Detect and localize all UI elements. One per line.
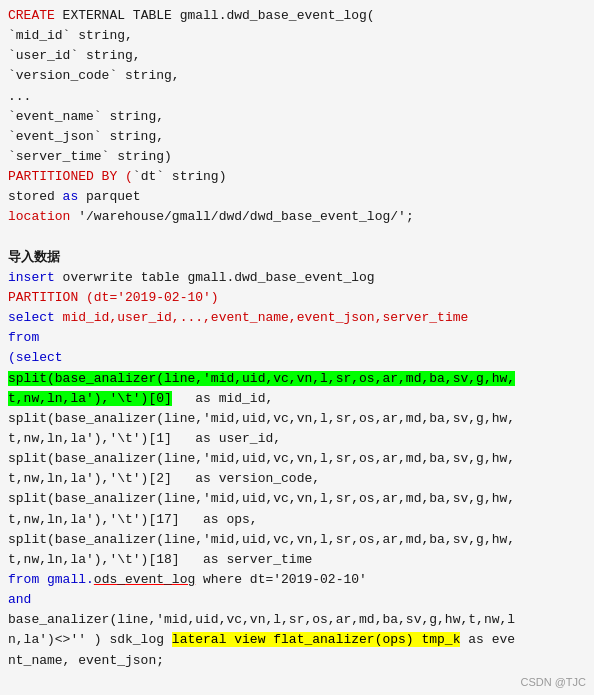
code-line (8, 228, 586, 248)
code-line: from (8, 328, 586, 348)
code-line: base_analizer(line,'mid,uid,vc,vn,l,sr,o… (8, 610, 586, 630)
code-text: t,nw,ln,la'),'\t')[18] as server_time (8, 552, 312, 567)
code-text: `server_time` string) (8, 149, 172, 164)
code-text: split(base_analizer(line,'mid,uid,vc,vn,… (8, 411, 515, 426)
code-line: from gmall.ods_event_log where dt='2019-… (8, 570, 586, 590)
keyword: location (8, 209, 70, 224)
code-text: t,nw,ln,la'),'\t')[2] as version_code, (8, 471, 320, 486)
code-text: where dt='2019-02-10' (195, 572, 367, 587)
code-line: split(base_analizer(line,'mid,uid,vc,vn,… (8, 369, 586, 389)
code-line: (select (8, 348, 586, 368)
code-line: `event_json` string, (8, 127, 586, 147)
code-text: base_analizer(line,'mid,uid,vc,vn,l,sr,o… (8, 612, 515, 627)
code-text: as eve (460, 632, 515, 647)
code-container: CREATE EXTERNAL TABLE gmall.dwd_base_eve… (0, 0, 594, 695)
code-line: t,nw,ln,la'),'\t')[2] as version_code, (8, 469, 586, 489)
code-line: split(base_analizer(line,'mid,uid,vc,vn,… (8, 530, 586, 550)
section-title: 导入数据 (8, 248, 586, 268)
code-line: ... (8, 87, 586, 107)
code-line: insert overwrite table gmall.dwd_base_ev… (8, 268, 586, 288)
code-text: `event_name` string, (8, 109, 164, 124)
code-line: select mid_id,user_id,...,event_name,eve… (8, 308, 586, 328)
code-text: ... (8, 89, 31, 104)
code-line: t,nw,ln,la'),'\t')[17] as ops, (8, 510, 586, 530)
highlighted-code: split(base_analizer(line,'mid,uid,vc,vn,… (8, 371, 515, 386)
code-line: PARTITIONED BY (`dt` string) (8, 167, 586, 187)
highlighted-code: lateral view flat_analizer(ops) tmp_k (172, 632, 461, 647)
keyword: select (8, 310, 55, 325)
table-name: ods_event_log (94, 572, 195, 587)
section-title-text: 导入数据 (8, 250, 60, 265)
code-line: split(base_analizer(line,'mid,uid,vc,vn,… (8, 489, 586, 509)
code-line: n,la')<>'' ) sdk_log lateral view flat_a… (8, 630, 586, 650)
keyword: insert (8, 270, 55, 285)
watermark: CSDN @TJC (520, 674, 586, 691)
code-line: split(base_analizer(line,'mid,uid,vc,vn,… (8, 409, 586, 429)
keyword: from gmall. (8, 572, 94, 587)
code-text: overwrite table gmall.dwd_base_event_log (55, 270, 375, 285)
code-line: t,nw,ln,la'),'\t')[18] as server_time (8, 550, 586, 570)
code-text: `mid_id` string, (8, 28, 133, 43)
code-text: t,nw,ln,la'),'\t')[1] as user_id, (8, 431, 281, 446)
keyword: CREATE (8, 8, 55, 23)
code-line: nt_name, event_json; (8, 651, 586, 671)
code-line: t,nw,ln,la'),'\t')[1] as user_id, (8, 429, 586, 449)
keyword: as (63, 189, 79, 204)
code-text: `version_code` string, (8, 68, 180, 83)
code-text: split(base_analizer(line,'mid,uid,vc,vn,… (8, 451, 515, 466)
code-text: t,nw,ln,la'),'\t')[17] as ops, (8, 512, 258, 527)
code-text: n,la')<>'' ) sdk_log (8, 632, 172, 647)
keyword: PARTITION (dt='2019-02-10') (8, 290, 219, 305)
code-text: '/warehouse/gmall/dwd/dwd_base_event_log… (70, 209, 413, 224)
code-line: stored as parquet (8, 187, 586, 207)
code-text: mid_id,user_id,...,event_name,event_json… (55, 310, 468, 325)
code-text: EXTERNAL TABLE gmall.dwd_base_event_log( (55, 8, 375, 23)
code-line: split(base_analizer(line,'mid,uid,vc,vn,… (8, 449, 586, 469)
code-line: CREATE EXTERNAL TABLE gmall.dwd_base_eve… (8, 6, 586, 26)
code-line: `version_code` string, (8, 66, 586, 86)
code-text: as mid_id, (172, 391, 273, 406)
code-line: `user_id` string, (8, 46, 586, 66)
code-line: and (8, 590, 586, 610)
keyword: and (8, 592, 31, 607)
code-text: split(base_analizer(line,'mid,uid,vc,vn,… (8, 491, 515, 506)
code-line: `server_time` string) (8, 147, 586, 167)
code-text: parquet (78, 189, 140, 204)
code-line: `event_name` string, (8, 107, 586, 127)
code-text: `dt` string) (133, 169, 227, 184)
code-line: t,nw,ln,la'),'\t')[0] as mid_id, (8, 389, 586, 409)
code-line: `mid_id` string, (8, 26, 586, 46)
highlighted-code: t,nw,ln,la'),'\t')[0] (8, 391, 172, 406)
code-text: `user_id` string, (8, 48, 141, 63)
keyword: (select (8, 350, 63, 365)
keyword: from (8, 330, 39, 345)
code-text: split(base_analizer(line,'mid,uid,vc,vn,… (8, 532, 515, 547)
code-line: location '/warehouse/gmall/dwd/dwd_base_… (8, 207, 586, 227)
code-line: PARTITION (dt='2019-02-10') (8, 288, 586, 308)
code-text: nt_name, event_json; (8, 653, 164, 668)
keyword: PARTITIONED BY ( (8, 169, 133, 184)
code-text: `event_json` string, (8, 129, 164, 144)
code-text: stored (8, 189, 63, 204)
